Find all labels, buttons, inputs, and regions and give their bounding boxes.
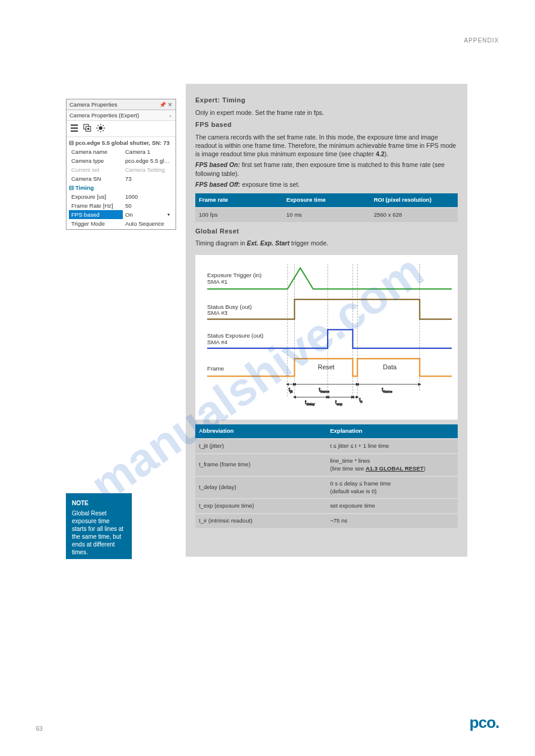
heading-global-reset: Global Reset [195, 227, 458, 236]
fps-off-line: FPS based Off: exposure time is set. [195, 180, 458, 189]
chevron-down-icon: ⌄ [168, 113, 173, 118]
cell: t ≤ jitter ≤ t + 1 line time [327, 439, 458, 454]
frame-reset-label: Reset [318, 363, 334, 370]
cell: 0 s ≤ delay ≤ frame time(default value i… [327, 476, 458, 499]
cell: 2560 x 628 [370, 208, 458, 222]
group-camera-head[interactable]: ⊟ pco.edge 5.5 global shutter, SN: 73 [69, 138, 173, 147]
svg-text:tjit: tjit [289, 386, 293, 393]
row-label-selected: FPS based [69, 210, 123, 219]
fps-text: The camera records with the set frame ra… [195, 133, 458, 159]
cell: t_jit (jitter) [195, 439, 327, 454]
timing-diagram-svg: Exposure Trigger (in)SMA #1 Status Busy … [201, 261, 452, 412]
row-label: Frame Rate [Hz] [69, 201, 123, 210]
row-label: Camera type [69, 156, 123, 165]
timing-grid: Exposure [us]1000 Frame Rate [Hz]50 FPS … [69, 192, 173, 228]
cell: t_frame (frame time) [195, 454, 327, 476]
properties-mode-dropdown[interactable]: Camera Properties (Expert) ⌄ [67, 110, 176, 121]
expert-timing-text: Only in expert mode. Set the frame rate … [195, 108, 458, 117]
row-value[interactable]: 73 [123, 174, 173, 183]
note-body: Global Reset exposure time starts for al… [72, 509, 126, 556]
pco-logo: pco. [470, 714, 499, 732]
svg-line-8 [98, 125, 99, 126]
dimension-arrows: tjit tframe tframe tdelay texp tir [288, 384, 420, 406]
sig-label-3: Status Exposure (out)SMA #4 [207, 332, 264, 345]
camera-properties-panel: Camera Properties 📌 ✕ Camera Properties … [66, 99, 176, 230]
gr-text: Timing diagram in Ext. Exp. Start trigge… [195, 239, 458, 247]
abbrev-table: Abbreviation Explanation t_jit (jitter)t… [195, 424, 458, 528]
row-label: Camera SN [69, 174, 123, 183]
col-header: ROI (pixel resolution) [370, 193, 458, 208]
cell: ~75 ns [327, 514, 458, 528]
cell: t_exp (exposure time) [195, 499, 327, 514]
cell: set exposure time [327, 499, 458, 514]
fps-example-table: Frame rate Exposure time ROI (pixel reso… [195, 193, 458, 222]
col-header: Explanation [327, 424, 458, 439]
fps-based-dropdown[interactable]: On▼ [123, 210, 173, 219]
main-content: Expert: Timing Only in expert mode. Set … [186, 84, 467, 557]
svg-text:tframe: tframe [382, 386, 392, 393]
row-label: Current set [69, 165, 123, 174]
row-value[interactable]: Auto Sequence [123, 219, 173, 228]
svg-text:tdelay: tdelay [305, 399, 315, 406]
note-box: NOTE Global Reset exposure time starts f… [66, 493, 132, 559]
svg-line-9 [103, 130, 104, 132]
cell: t_delay (delay) [195, 476, 327, 499]
col-header: Exposure time [283, 193, 370, 208]
svg-text:tir: tir [359, 397, 362, 403]
panel-title-bar: Camera Properties 📌 ✕ [67, 99, 176, 110]
svg-point-2 [87, 128, 90, 130]
svg-line-10 [98, 130, 99, 132]
cell: 10 ms [283, 208, 370, 222]
row-label: Camera name [69, 147, 123, 156]
col-header: Abbreviation [195, 424, 327, 439]
chapter-link[interactable]: 4.2 [376, 150, 385, 157]
row-value: Camera Setting [123, 165, 173, 174]
cell: 100 fps [195, 208, 283, 222]
panel-toolbar [67, 121, 176, 137]
col-header: Frame rate [195, 193, 283, 208]
row-label: Exposure [us] [69, 192, 123, 201]
row-value[interactable]: pco.edge 5.5 global... [123, 156, 173, 165]
dropdown-arrow-icon: ▼ [167, 212, 171, 217]
heading-fps-based: FPS based [195, 120, 458, 129]
row-label: Trigger Mode [69, 219, 123, 228]
svg-text:texp: texp [335, 399, 343, 406]
row-value[interactable]: 50 [123, 201, 173, 210]
svg-line-11 [103, 125, 104, 126]
copy-gear-icon[interactable] [83, 123, 92, 134]
pin-icon[interactable]: 📌 ✕ [159, 102, 173, 108]
cell: t_ir (intrinsic readout) [195, 514, 327, 528]
row-value[interactable]: 1000 [123, 192, 173, 201]
section-header: APPENDIX [464, 37, 499, 44]
row-value[interactable]: Camera 1 [123, 147, 173, 156]
list-icon[interactable] [69, 123, 79, 134]
sun-icon[interactable] [96, 123, 105, 134]
page-number: 63 [36, 725, 43, 732]
timing-diagram: Exposure Trigger (in)SMA #1 Status Busy … [195, 255, 458, 420]
sig-label-4: Frame [207, 365, 224, 371]
panel-title: Camera Properties [69, 101, 117, 108]
camera-info-grid: Camera nameCamera 1 Camera typepco.edge … [69, 147, 173, 183]
fps-on-line: FPS based On: first set frame rate, then… [195, 160, 458, 177]
sig-label-1: Exposure Trigger (in)SMA #1 [207, 272, 262, 285]
heading-expert-timing: Expert: Timing [195, 96, 458, 105]
note-title: NOTE [72, 499, 126, 507]
cell: line_time * lines(line time see A1.3 GLO… [327, 454, 458, 476]
svg-point-3 [99, 126, 102, 130]
frame-data-label: Data [383, 363, 397, 370]
dropdown-label: Camera Properties (Expert) [69, 112, 139, 119]
sig-label-2: Status Busy (out)SMA #3 [207, 303, 252, 316]
group-timing-head[interactable]: ⊟ Timing [69, 183, 173, 192]
